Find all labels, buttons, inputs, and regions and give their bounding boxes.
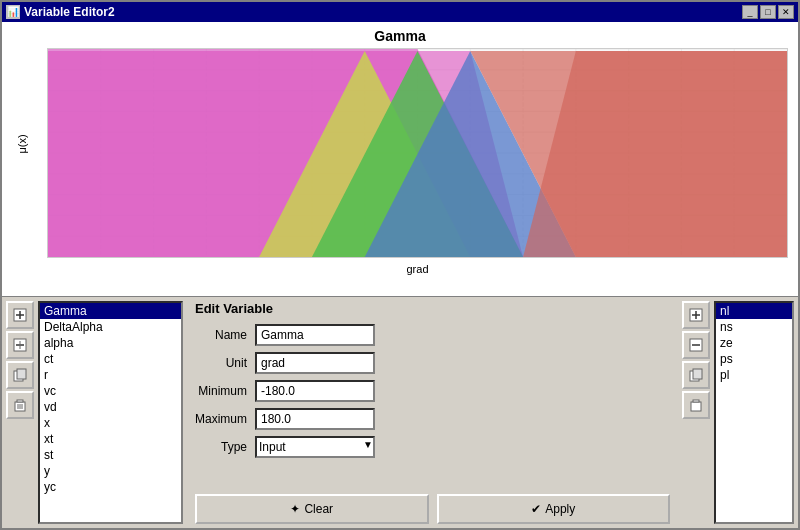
list-item[interactable]: ze (716, 335, 792, 351)
svg-rect-67 (17, 400, 23, 402)
edit-output-icon (689, 338, 703, 352)
copy-variable-button[interactable] (6, 361, 34, 389)
left-toolbar (6, 301, 38, 524)
action-buttons: ✦ Clear ✔ Apply (195, 486, 670, 524)
apply-icon: ✔ (531, 502, 541, 516)
bottom-panel: GammaDeltaAlphaalphactrvcvdxxtstyyc Edit… (2, 297, 798, 528)
maximum-input[interactable] (255, 408, 375, 430)
left-list-container: GammaDeltaAlphaalphactrvcvdxxtstyyc (6, 301, 183, 524)
list-item[interactable]: x (40, 415, 181, 431)
edit-variable-button[interactable] (6, 331, 34, 359)
delete-output-icon (689, 398, 703, 412)
title-bar-left: 📊 Variable Editor2 (6, 5, 115, 19)
window-title: Variable Editor2 (24, 5, 115, 19)
add-output-button[interactable] (682, 301, 710, 329)
copy-output-button[interactable] (682, 361, 710, 389)
delete-icon (13, 398, 27, 412)
list-item[interactable]: nl (716, 303, 792, 319)
svg-rect-78 (691, 402, 701, 411)
add-variable-button[interactable] (6, 301, 34, 329)
y-axis-label: μ(x) (16, 134, 28, 153)
add-output-icon (689, 308, 703, 322)
svg-rect-79 (693, 400, 699, 402)
main-window: 📊 Variable Editor2 _ □ ✕ Gamma μ(x) (0, 0, 800, 530)
list-item[interactable]: xt (40, 431, 181, 447)
clear-icon: ✦ (290, 502, 300, 516)
svg-rect-65 (17, 369, 26, 379)
middle-panel: Edit Variable Name Unit Minimum Maximum … (187, 297, 678, 528)
delete-variable-button[interactable] (6, 391, 34, 419)
copy-icon (13, 368, 27, 382)
minimize-button[interactable]: _ (742, 5, 758, 19)
x-axis-label: grad (47, 263, 788, 275)
chart-area: Gamma μ(x) (2, 22, 798, 297)
clear-button[interactable]: ✦ Clear (195, 494, 429, 524)
edit-icon (13, 338, 27, 352)
maximize-button[interactable]: □ (760, 5, 776, 19)
chart-svg: 1.0 0.9 0.8 0.7 0.6 0.5 0.4 0.3 0.2 0.1 … (47, 48, 788, 258)
delete-output-button[interactable] (682, 391, 710, 419)
right-list-container: nlnszepspl (682, 301, 794, 524)
title-bar-buttons: _ □ ✕ (742, 5, 794, 19)
minimum-input[interactable] (255, 380, 375, 402)
name-input[interactable] (255, 324, 375, 346)
output-listbox[interactable]: nlnszepspl (714, 301, 794, 524)
variable-listbox[interactable]: GammaDeltaAlphaalphactrvcvdxxtstyyc (38, 301, 183, 524)
minimum-label: Minimum (195, 384, 255, 398)
list-item[interactable]: yc (40, 479, 181, 495)
right-toolbar (682, 301, 714, 524)
list-item[interactable]: alpha (40, 335, 181, 351)
type-label: Type (195, 440, 255, 454)
window-icon: 📊 (6, 5, 20, 19)
list-item[interactable]: ns (716, 319, 792, 335)
edit-variable-form: Name Unit Minimum Maximum Type InputOutp… (195, 324, 670, 458)
edit-output-button[interactable] (682, 331, 710, 359)
edit-variable-title: Edit Variable (195, 301, 670, 316)
list-item[interactable]: pl (716, 367, 792, 383)
clear-label: Clear (304, 502, 333, 516)
title-bar: 📊 Variable Editor2 _ □ ✕ (2, 2, 798, 22)
close-button[interactable]: ✕ (778, 5, 794, 19)
copy-output-icon (689, 368, 703, 382)
svg-rect-77 (693, 369, 702, 379)
list-item[interactable]: DeltaAlpha (40, 319, 181, 335)
list-item[interactable]: vc (40, 383, 181, 399)
list-item[interactable]: y (40, 463, 181, 479)
right-panel: nlnszepspl (678, 297, 798, 528)
list-item[interactable]: ct (40, 351, 181, 367)
list-item[interactable]: st (40, 447, 181, 463)
type-select-wrapper: InputOutputInternal ▼ (255, 436, 375, 458)
apply-label: Apply (545, 502, 575, 516)
type-select[interactable]: InputOutputInternal (255, 436, 375, 458)
unit-input[interactable] (255, 352, 375, 374)
list-item[interactable]: ps (716, 351, 792, 367)
add-icon (13, 308, 27, 322)
list-item[interactable]: vd (40, 399, 181, 415)
list-item[interactable]: Gamma (40, 303, 181, 319)
chart-container: μ(x) (47, 48, 788, 278)
maximum-label: Maximum (195, 412, 255, 426)
left-panel: GammaDeltaAlphaalphactrvcvdxxtstyyc (2, 297, 187, 528)
list-item[interactable]: r (40, 367, 181, 383)
name-label: Name (195, 328, 255, 342)
apply-button[interactable]: ✔ Apply (437, 494, 671, 524)
chart-title: Gamma (2, 22, 798, 46)
unit-label: Unit (195, 356, 255, 370)
